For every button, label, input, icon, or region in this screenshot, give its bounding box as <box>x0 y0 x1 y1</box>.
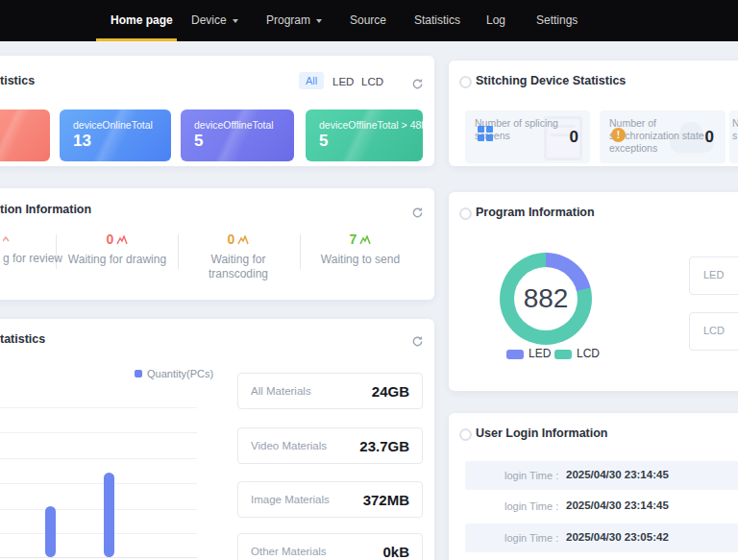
production-information-card: tion Information g for review 0 Waiting … <box>0 188 434 300</box>
dashboard-page: Home page Device Program Source Statisti… <box>0 0 738 560</box>
video-materials-box: Video Materials 23.7GB <box>237 427 423 464</box>
refresh-icon[interactable] <box>411 78 424 90</box>
login-row: login Time : 2025/04/30 23:14:45 L : <box>465 492 738 521</box>
login-row: login Time : 2025/04/30 23:14:45 L : <box>465 461 738 490</box>
nav-device[interactable]: Device <box>191 13 238 27</box>
card-title-fragment: tatistics <box>0 332 45 346</box>
legend-label-quantity: Quantity(PCs) <box>147 368 213 379</box>
image-materials-box: Image Materials 372MB <box>237 481 423 518</box>
waiting-for-drawing-stat: 0 Waiting for drawing <box>64 231 170 267</box>
card-title-fragment: tion Information <box>0 203 91 216</box>
material-statistics-card: tatistics Quantity(PCs) All Materials 24… <box>0 319 434 560</box>
filter-all-chip[interactable]: All <box>299 72 324 89</box>
pulse-icon <box>359 235 371 245</box>
nav-program[interactable]: Program <box>266 13 322 27</box>
grid-icon <box>478 126 493 141</box>
top-nav: Home page Device Program Source Statisti… <box>0 0 738 41</box>
user-login-card: User Login Information login Time : 2025… <box>449 413 738 560</box>
chevron-down-icon <box>316 19 322 23</box>
nav-log[interactable]: Log <box>486 13 505 27</box>
program-information-card: Program Information 882 LED LCD LED LCD <box>449 192 738 391</box>
chevron-down-icon <box>233 19 238 23</box>
legend-swatch-quantity <box>135 370 142 377</box>
nav-source[interactable]: Source <box>350 13 386 27</box>
pulse-icon <box>237 235 249 245</box>
stitching-statistics-card: Stitching Device Statistics Number of sp… <box>449 61 738 166</box>
sync-exceptions-box: Number of synchronization state exceptio… <box>600 110 726 163</box>
login-row: login Time : 2025/04/30 23:05:42 L : <box>465 523 738 552</box>
legend-label-led: LED <box>529 347 551 360</box>
stat-label-fragment: g for review <box>3 252 62 266</box>
waiting-to-send-stat: 7 Waiting to send <box>308 231 413 267</box>
card-title: User Login Information <box>476 426 608 440</box>
refresh-icon[interactable] <box>411 207 424 219</box>
nav-home-page[interactable]: Home page <box>111 13 173 27</box>
refresh-icon[interactable] <box>411 335 424 348</box>
device-statistics-card: tistics All LED LCD deviceOnlineTotal 13… <box>0 56 434 166</box>
clipped-stat-box: N s <box>729 110 738 163</box>
lcd-count-box: LCD <box>689 312 738 351</box>
stat-card-device-offline-48h: deviceOfflineTotal > 48h 5 <box>306 110 423 161</box>
legend-swatch-led <box>506 350 524 359</box>
other-materials-box: Other Materials 0kB <box>237 533 423 560</box>
card-ring-icon <box>459 207 472 220</box>
nav-settings[interactable]: Settings <box>536 13 578 27</box>
nav-statistics[interactable]: Statistics <box>414 13 460 27</box>
filter-lcd[interactable]: LCD <box>361 76 383 87</box>
card-ring-icon <box>459 428 472 441</box>
card-title: Stitching Device Statistics <box>476 74 626 87</box>
legend-label-lcd: LCD <box>577 347 600 360</box>
stat-card-clipped <box>0 110 50 161</box>
bar-quantity-2 <box>104 473 114 557</box>
card-title-fragment: tistics <box>0 74 35 87</box>
warning-icon: ! <box>611 128 626 142</box>
card-ring-icon <box>459 76 472 88</box>
pulse-icon <box>116 235 128 245</box>
splicing-screens-box: Number of splicing screens 0 <box>465 110 590 163</box>
pulse-icon-fragment <box>3 236 11 242</box>
card-title: Program Information <box>476 206 595 219</box>
all-materials-box: All Materials 24GB <box>237 373 423 409</box>
legend-swatch-lcd <box>554 350 572 359</box>
stat-card-device-offline: deviceOfflineTotal 5 <box>181 110 294 161</box>
donut-total: 882 <box>500 283 592 314</box>
active-tab-underline <box>96 38 177 41</box>
waiting-for-transcoding-stat: 0 Waiting for transcoding <box>192 231 284 281</box>
filter-led[interactable]: LED <box>332 76 354 87</box>
bar-quantity-1 <box>45 506 56 557</box>
stat-card-device-online: deviceOnlineTotal 13 <box>60 110 171 161</box>
led-count-box: LED <box>689 256 738 295</box>
